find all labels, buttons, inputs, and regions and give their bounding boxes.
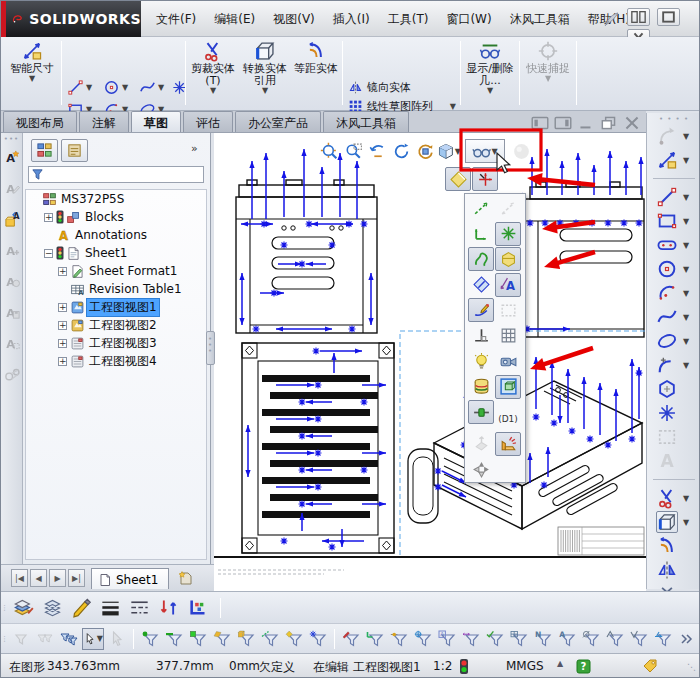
filter-weld-beads-button[interactable] — [364, 628, 386, 650]
filter-edges-button[interactable] — [163, 628, 185, 650]
tree-item-8[interactable]: +工程图视图3 — [26, 334, 206, 352]
mdi-close-icon[interactable] — [622, 115, 642, 131]
hide-show-items-button[interactable]: ▼ — [465, 139, 505, 163]
insert-block-button[interactable]: A — [4, 211, 21, 228]
panel-splitter[interactable]: ••• — [206, 331, 215, 365]
line-style-button[interactable] — [129, 597, 150, 618]
filter-all-button[interactable] — [58, 628, 80, 650]
save-block-button[interactable]: A — [4, 304, 21, 321]
menu-item-0[interactable]: 文件(F) — [147, 1, 205, 37]
view-3d-arrow-toggle[interactable] — [468, 432, 494, 456]
next-sheet-button[interactable]: ▶ — [49, 569, 66, 587]
filter-toggle-button[interactable] — [10, 628, 32, 650]
flip-arrow-side-button[interactable] — [158, 597, 179, 618]
tree-expander[interactable]: + — [58, 357, 67, 366]
filter-cosmetic-threads-button[interactable] — [580, 628, 602, 650]
view-decals-toggle[interactable] — [468, 375, 494, 399]
add-remove-block-entities-button[interactable]: A — [4, 242, 21, 259]
previous-view-button[interactable] — [365, 139, 389, 163]
silhouette-entities-button[interactable] — [647, 425, 700, 449]
filter-axes-button[interactable] — [259, 628, 281, 650]
first-sheet-button[interactable]: |◀ — [11, 569, 28, 587]
filter-notes-button[interactable]: N — [532, 628, 554, 650]
mdi-prev-icon[interactable] — [530, 115, 550, 131]
ribbon-tab-4[interactable]: 办公室产品 — [235, 111, 321, 132]
graphics-area[interactable]: ▼▼ A(D1) — [214, 133, 646, 591]
add-sheet-button[interactable] — [173, 568, 199, 588]
filter-dimensions-button[interactable] — [460, 628, 482, 650]
sketch-text-button[interactable]: A — [647, 449, 700, 473]
mirror-entities-button[interactable] — [647, 558, 700, 582]
line-thickness-button[interactable] — [100, 597, 121, 618]
offset-entities-button[interactable] — [647, 534, 700, 558]
window-restore-button[interactable] — [657, 8, 680, 26]
select-tool-button[interactable]: ▼ — [82, 628, 104, 650]
trim-entities-button[interactable]: 剪裁实体(T)▼ — [190, 40, 236, 94]
view-sketch-relations-toggle[interactable] — [468, 298, 494, 322]
rebuild-block-button[interactable]: A — [4, 273, 21, 290]
sketch-circle-button[interactable]: ▼ — [103, 79, 128, 96]
help-question-icon[interactable]: ? — [576, 659, 591, 674]
view-sketch-planes-toggle[interactable] — [495, 247, 521, 271]
menu-item-1[interactable]: 编辑(E) — [205, 1, 264, 37]
drawing-view-front[interactable] — [236, 180, 377, 333]
ribbon-tab-2[interactable]: 草图 — [131, 111, 181, 132]
view-sim-symbols-toggle[interactable] — [468, 400, 494, 424]
view-annotations-toggle[interactable]: A — [495, 273, 521, 297]
view-origins-toggle[interactable] — [495, 222, 521, 246]
sketch-arc-button[interactable]: ▼ — [647, 281, 700, 305]
prev-sheet-button[interactable]: ◀ — [30, 569, 47, 587]
view-origin-symbol-toggle[interactable] — [468, 457, 494, 481]
view-sketches-toggle[interactable] — [468, 273, 494, 297]
make-block-button[interactable]: A — [4, 149, 21, 166]
sketch-rectangle-button[interactable]: ▼ — [647, 209, 700, 233]
sketch-circle-button[interactable]: ▼ — [647, 257, 700, 281]
filter-surface-bodies-button[interactable] — [211, 628, 233, 650]
sketch-polygon-button[interactable] — [647, 377, 700, 401]
filter-solid-bodies-button[interactable] — [235, 628, 257, 650]
tree-expander[interactable]: + — [44, 213, 53, 222]
view-curves-toggle[interactable] — [468, 247, 494, 271]
layers-button[interactable] — [42, 597, 63, 618]
filter-blocks-button[interactable]: A — [436, 628, 458, 650]
filter-midpoints-button[interactable] — [388, 628, 410, 650]
units-caret-icon[interactable]: ▲ — [557, 659, 563, 668]
sketch-point-button[interactable] — [647, 401, 700, 425]
view-planes-toggle[interactable] — [445, 167, 471, 191]
view-silhouette-edges-toggle[interactable] — [495, 298, 521, 322]
smart-dimension-button[interactable]: 智能尺寸▼ — [7, 40, 57, 82]
menu-item-6[interactable]: 沐风工具箱 — [501, 1, 579, 37]
mdi-minimize-icon[interactable] — [576, 115, 596, 131]
tree-filter-input[interactable] — [28, 166, 204, 183]
filter-annotations-button[interactable]: A — [556, 628, 578, 650]
filter-vertices-button[interactable] — [139, 628, 161, 650]
view-grid-toggle[interactable] — [495, 324, 521, 348]
filter-points-button[interactable] — [307, 628, 329, 650]
menu-item-2[interactable]: 视图(V) — [264, 1, 324, 37]
menu-item-4[interactable]: 工具(T) — [379, 1, 438, 37]
filter-hatch-button[interactable] — [604, 628, 626, 650]
ribbon-tab-3[interactable]: 评估 — [183, 111, 233, 132]
status-units[interactable]: MMGS — [506, 659, 544, 673]
zoom-area-button[interactable] — [341, 139, 365, 163]
drawing-view-top[interactable] — [524, 182, 644, 337]
belt-chain-button[interactable] — [4, 366, 21, 383]
smart-dimension-button[interactable]: ▼ — [647, 148, 700, 172]
sketch-spline-button[interactable]: ▼ — [647, 305, 700, 329]
tag-icon[interactable] — [642, 658, 659, 675]
panel-expand-chevron[interactable]: » — [191, 142, 198, 155]
tree-item-6[interactable]: +工程图视图1 — [26, 298, 206, 316]
view-axes-toggle[interactable] — [472, 167, 498, 191]
ribbon-tab-5[interactable]: 沐风工具箱 — [323, 111, 409, 132]
tree-expander[interactable]: + — [58, 303, 67, 312]
mdi-restore-icon[interactable] — [599, 115, 619, 131]
ribbon-tab-0[interactable]: 视图布局 — [3, 111, 77, 132]
tree-expander[interactable]: + — [58, 321, 67, 330]
offset-entities-button[interactable]: 等距实体 — [293, 40, 339, 75]
sketch-line-button[interactable]: ▼ — [647, 185, 700, 209]
sketch-fillet-button[interactable]: ▼ — [647, 353, 700, 377]
property-manager-tab[interactable] — [61, 139, 88, 162]
view-front-annotations[interactable] — [239, 149, 373, 333]
mdi-next-icon[interactable] — [553, 115, 573, 131]
filter-center-marks-button[interactable] — [412, 628, 434, 650]
